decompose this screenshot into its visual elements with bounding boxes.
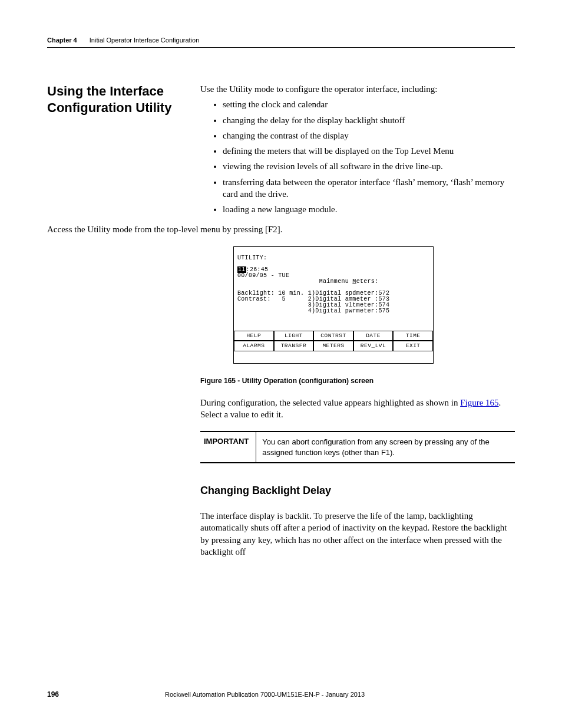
during-text-a: During configuration, the selected value… <box>200 398 460 407</box>
lcd-btn-date: DATE <box>353 331 394 341</box>
lcd-title: UTILITY: <box>237 255 267 261</box>
figure-link[interactable]: Figure 165 <box>460 398 498 407</box>
lcd-meters-label-c: eters: <box>356 278 379 285</box>
page-header: Chapter 4 Initial Operator Interface Con… <box>47 37 515 48</box>
lcd-btn-revlvl: REV_LVL <box>353 341 394 351</box>
lcd-btn-alarms: ALARMS <box>234 341 274 351</box>
lcd-btn-transfr: TRANSFR <box>274 341 314 351</box>
header-title: Initial Operator Interface Configuration <box>90 37 200 44</box>
sub-heading: Changing Backlight Delay <box>200 485 515 497</box>
lcd-date: 00/09/05 - TUE <box>237 272 289 279</box>
list-item: changing the delay for the display backl… <box>223 114 515 126</box>
footer-publication: Rockwell Automation Publication 7000-UM1… <box>165 691 515 698</box>
list-item: transferring data between the operator i… <box>223 176 515 200</box>
lcd-contrast: Contrast: 5 <box>237 296 286 302</box>
lcd-meters-label-a: Mainmenu <box>319 278 353 285</box>
lcd-btn-help: HELP <box>234 331 274 341</box>
section-heading: Using the Interface Configuration Utilit… <box>47 83 194 116</box>
sub-body: The interface display is backlit. To pre… <box>200 510 515 558</box>
lcd-btn-light: LIGHT <box>274 331 314 341</box>
lcd-meter4: 4)Digital pwrmeter:575 <box>308 308 390 314</box>
footer-page-number: 196 <box>47 690 165 699</box>
lcd-btn-time: TIME <box>393 331 433 341</box>
header-chapter: Chapter 4 <box>47 37 77 44</box>
during-config-text: During configuration, the selected value… <box>200 397 515 421</box>
lcd-body: UTILITY: 11:26:45 00/09/05 - TUE Mainmen… <box>234 253 433 319</box>
access-text: Access the Utility mode from the top-lev… <box>47 223 515 235</box>
lcd-screen: UTILITY: 11:26:45 00/09/05 - TUE Mainmen… <box>233 246 434 364</box>
intro-text: Use the Utility mode to configure the op… <box>200 83 515 95</box>
important-text: You can abort configuration from any scr… <box>256 432 515 462</box>
list-item: changing the contrast of the display <box>223 130 515 141</box>
figure-caption: Figure 165 - Utility Operation (configur… <box>200 377 515 385</box>
list-item: defining the meters that will be display… <box>223 145 515 157</box>
list-item: setting the clock and calendar <box>223 98 515 110</box>
important-label: IMPORTANT <box>200 432 256 462</box>
bullet-list: setting the clock and calendar changing … <box>200 98 515 215</box>
important-box: IMPORTANT You can abort configuration fr… <box>200 431 515 463</box>
lcd-btn-contrst: CONTRST <box>313 331 353 341</box>
list-item: viewing the revision levels of all softw… <box>223 160 515 172</box>
page-footer: 196 Rockwell Automation Publication 7000… <box>47 690 515 699</box>
list-item: loading a new language module. <box>223 203 515 215</box>
lcd-btn-exit: EXIT <box>393 341 433 351</box>
lcd-btn-meters: METERS <box>313 341 353 351</box>
utility-screen-figure: UTILITY: 11:26:45 00/09/05 - TUE Mainmen… <box>233 246 434 364</box>
